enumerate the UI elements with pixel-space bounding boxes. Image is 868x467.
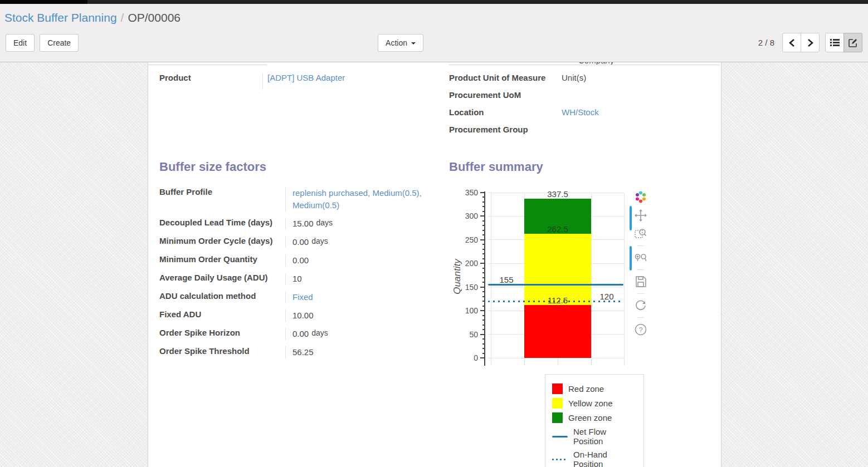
field-value-link[interactable]: [ADPT] USB Adapter — [267, 73, 345, 82]
y-tick — [482, 258, 484, 259]
control-panel: Stock Buffer Planning/OP/00006 Edit Crea… — [0, 4, 868, 62]
zone-red-zone — [524, 305, 591, 358]
field-value-link[interactable]: Fixed — [292, 292, 313, 302]
section-title-buffer-summary: Buffer summary — [449, 160, 721, 174]
y-tick — [482, 291, 484, 292]
y-tick-label: 100 — [455, 306, 478, 315]
legend-square-marker — [552, 384, 563, 394]
y-tick — [482, 220, 484, 222]
legend-item[interactable]: On-Hand Position — [552, 450, 637, 467]
y-tick — [482, 253, 484, 254]
box-zoom-icon[interactable] — [634, 227, 647, 240]
chart-annotation: 262.5 — [547, 224, 568, 234]
field-value: Fixed — [285, 291, 313, 303]
field-value: replenish purchased, Medium(0.5), Medium… — [285, 187, 431, 212]
product-info-group: Product[ADPT] USB Adapter Product Unit o… — [148, 65, 721, 142]
legend-item[interactable]: Green zone — [552, 412, 637, 423]
y-tick — [482, 296, 484, 297]
y-tick — [480, 215, 484, 217]
legend-label: Green zone — [568, 413, 612, 422]
zoom-in-out-icon[interactable] — [634, 251, 647, 264]
section-title-buffer-size-factors: Buffer size factors — [159, 160, 449, 174]
modebar-separator — [637, 269, 645, 270]
field-row: ADU calculation methodFixed — [159, 291, 449, 303]
y-tick — [482, 201, 484, 203]
legend-item[interactable]: Yellow zone — [552, 398, 637, 409]
buffer-summary-chart[interactable]: Quantity 337.5262.5155112.5120 Red zoneY… — [455, 187, 661, 459]
create-button[interactable]: Create — [40, 34, 79, 52]
legend-item[interactable]: Net Flow Position — [552, 427, 637, 446]
field-value-text: 0.00 — [292, 255, 309, 265]
field-label: Procurement Group — [449, 125, 556, 136]
list-view-icon — [830, 38, 840, 47]
pager-previous-button[interactable] — [782, 33, 801, 52]
breadcrumb-current: OP/00006 — [128, 11, 181, 24]
modebar-accent-bar — [630, 246, 632, 271]
y-tick — [482, 282, 484, 283]
y-tick — [480, 263, 484, 264]
pan-icon[interactable] — [634, 209, 647, 222]
field-row: Order Spike Horizon0.00days — [159, 328, 449, 340]
edit-button[interactable]: Edit — [6, 34, 35, 52]
field-label: Fixed ADU — [159, 309, 285, 322]
y-tick — [482, 353, 484, 354]
field-value-link[interactable]: replenish purchased, Medium(0.5), Medium… — [292, 188, 422, 210]
y-tick — [482, 249, 484, 250]
modebar-separator — [637, 317, 645, 318]
breadcrumb-separator: / — [121, 11, 124, 24]
field-value-link[interactable]: WH/Stock — [562, 107, 599, 117]
field-label: Decoupled Lead Time (days) — [159, 218, 285, 230]
save-icon[interactable] — [634, 275, 647, 288]
y-tick — [480, 287, 484, 288]
y-tick — [482, 319, 484, 321]
clipped-row: Company — [148, 62, 721, 65]
field-label: Order Spike Threshold — [159, 346, 285, 358]
top-navbar-active-segment — [0, 0, 87, 4]
y-tick-label: 250 — [455, 235, 478, 244]
form-view-button[interactable] — [843, 33, 862, 52]
y-tick — [482, 272, 484, 273]
y-tick — [482, 244, 484, 245]
field-label: Minimum Order Quantity — [159, 254, 285, 267]
y-tick — [482, 211, 484, 212]
y-tick-label: 50 — [455, 330, 478, 339]
chart-legend: Red zoneYellow zoneGreen zoneNet Flow Po… — [545, 374, 644, 467]
field-row: Product[ADPT] USB Adapter — [159, 73, 449, 90]
field-value: 10.00 — [285, 309, 314, 322]
legend-square-marker — [552, 412, 563, 423]
list-view-button[interactable] — [825, 33, 844, 52]
toolbar: Edit Create Action 2 / 8 — [0, 33, 868, 52]
plot-area[interactable]: 337.5262.5155112.5120 — [488, 193, 625, 358]
legend-dots-marker — [552, 459, 568, 460]
pager-next-button[interactable] — [801, 33, 820, 52]
y-tick — [482, 315, 484, 316]
y-tick — [482, 225, 484, 226]
field-value-text: 0.00 — [292, 237, 309, 247]
divider — [449, 65, 720, 65]
field-label: Order Spike Horizon — [159, 328, 285, 340]
field-row: Buffer Profilereplenish purchased, Mediu… — [159, 187, 449, 212]
reset-icon[interactable] — [634, 299, 647, 312]
y-tick-label: 0 — [455, 353, 478, 362]
field-row: Minimum Order Quantity0.00 — [159, 254, 449, 267]
legend-label: Net Flow Position — [573, 427, 637, 446]
buffer-size-factors-section: Buffer size factors Buffer Profilereplen… — [159, 160, 449, 459]
field-value-text: 0.00 — [292, 329, 309, 338]
y-tick — [482, 206, 484, 207]
breadcrumb-parent-link[interactable]: Stock Buffer Planning — [4, 11, 117, 24]
field-row: Minimum Order Cycle (days)0.00days — [159, 236, 449, 248]
legend-item[interactable]: Red zone — [552, 384, 637, 394]
y-tick — [480, 334, 484, 335]
y-tick-label: 200 — [455, 259, 478, 268]
chevron-right-icon — [807, 39, 813, 47]
field-value: WH/Stock — [556, 107, 599, 119]
action-dropdown-button[interactable]: Action — [378, 34, 423, 52]
field-label: Procurement UoM — [449, 90, 556, 102]
help-icon[interactable]: ? — [634, 323, 647, 336]
field-value-text: 10.00 — [292, 311, 314, 320]
y-tick-label: 150 — [455, 283, 478, 292]
legend-label: On-Hand Position — [573, 450, 637, 467]
content-area: Company Product[ADPT] USB Adapter Produc… — [0, 62, 868, 467]
chart-annotation: 120 — [599, 292, 613, 301]
chart-annotation: 112.5 — [548, 296, 568, 305]
